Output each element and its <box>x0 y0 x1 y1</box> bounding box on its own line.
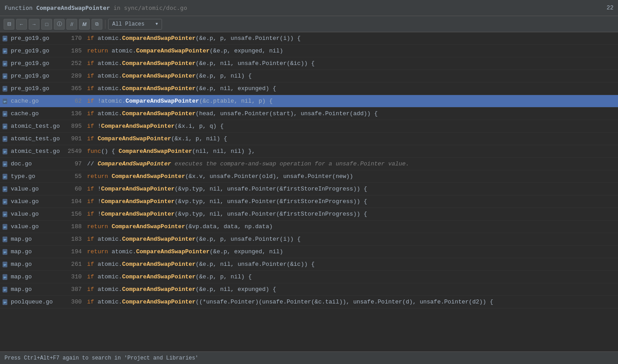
line-number: 895 <box>65 123 87 130</box>
toolbar-separator <box>105 20 105 29</box>
svg-text:go: go <box>4 188 6 191</box>
go-file-icon: go <box>2 236 9 243</box>
table-row[interactable]: go map.go261if atomic.CompareAndSwapPoin… <box>0 258 618 271</box>
go-file-icon: go <box>2 248 9 256</box>
copy-button[interactable]: ⧉ <box>92 19 102 30</box>
table-row[interactable]: go atomic_test.go901if CompareAndSwapPoi… <box>0 133 618 145</box>
file-name: poolqueue.go <box>11 299 65 305</box>
file-name: map.go <box>11 236 65 243</box>
file-name: atomic_test.go <box>11 135 65 142</box>
code-snippet: if atomic.CompareAndSwapPointer(&e.p, ni… <box>87 85 616 92</box>
line-number: 104 <box>65 198 87 205</box>
svg-text:go: go <box>4 50 6 53</box>
line-number: 156 <box>65 211 87 217</box>
go-file-icon: go <box>2 148 9 155</box>
file-name: value.go <box>11 223 65 230</box>
line-number: 261 <box>65 261 87 268</box>
file-name: atomic_test.go <box>11 148 65 155</box>
line-number: 62 <box>65 98 87 104</box>
places-dropdown-label: All Places <box>112 21 145 27</box>
line-number: 55 <box>65 173 87 180</box>
code-snippet: // CompareAndSwapPointer executes the co… <box>87 160 616 167</box>
svg-text:go: go <box>4 251 6 254</box>
table-row[interactable]: go pre_go19.go185return atomic.CompareAn… <box>0 45 618 57</box>
line-number: 2549 <box>65 148 87 155</box>
go-file-icon: go <box>2 173 9 180</box>
file-name: cache.go <box>11 98 65 104</box>
collapse-button[interactable]: ⊟ <box>4 19 14 30</box>
module-button[interactable]: M <box>79 19 90 30</box>
table-row[interactable]: go cache.go136if atomic.CompareAndSwapPo… <box>0 108 618 120</box>
go-file-icon: go <box>2 73 9 80</box>
open-button[interactable]: □ <box>41 19 52 30</box>
go-file-icon: go <box>2 60 9 67</box>
line-number: 387 <box>65 286 87 293</box>
code-snippet: if !CompareAndSwapPointer(&vp.typ, nil, … <box>87 186 616 192</box>
table-row[interactable]: go pre_go19.go365if atomic.CompareAndSwa… <box>0 82 618 95</box>
code-snippet: return CompareAndSwapPointer(&vp.data, d… <box>87 223 616 230</box>
table-row[interactable]: go value.go188return CompareAndSwapPoint… <box>0 221 618 233</box>
go-file-icon: go <box>2 223 9 230</box>
code-snippet: if atomic.CompareAndSwapPointer(&e.p, p,… <box>87 273 616 280</box>
file-name: map.go <box>11 273 65 280</box>
file-name: pre_go19.go <box>11 35 65 42</box>
file-name: value.go <box>11 211 65 217</box>
table-row[interactable]: go pre_go19.go170if atomic.CompareAndSwa… <box>0 32 618 45</box>
go-file-icon: go <box>2 35 9 42</box>
svg-text:go: go <box>4 150 6 153</box>
go-file-icon: go <box>2 198 9 205</box>
go-file-icon: go <box>2 85 9 92</box>
table-row[interactable]: go map.go387if atomic.CompareAndSwapPoin… <box>0 283 618 296</box>
table-row[interactable]: go value.go60if !CompareAndSwapPointer(&… <box>0 183 618 195</box>
file-name: map.go <box>11 261 65 268</box>
code-snippet: return atomic.CompareAndSwapPointer(&e.p… <box>87 48 616 54</box>
line-number: 170 <box>65 35 87 42</box>
table-row[interactable]: go poolqueue.go300if atomic.CompareAndSw… <box>0 296 618 308</box>
svg-text:go: go <box>4 37 6 40</box>
file-name: cache.go <box>11 110 65 117</box>
places-dropdown[interactable]: All Places ▼ <box>108 19 162 30</box>
line-number: 365 <box>65 85 87 92</box>
table-row[interactable]: go pre_go19.go289if atomic.CompareAndSwa… <box>0 70 618 82</box>
code-snippet: if CompareAndSwapPointer(&x.i, p, nil) { <box>87 135 616 142</box>
table-row[interactable]: go value.go104if !CompareAndSwapPointer(… <box>0 195 618 208</box>
prev-button[interactable]: ← <box>16 19 27 30</box>
code-snippet: if !CompareAndSwapPointer(&vp.typ, nil, … <box>87 211 616 217</box>
svg-text:go: go <box>4 301 6 304</box>
code-snippet: if !CompareAndSwapPointer(&x.i, p, q) { <box>87 123 616 130</box>
svg-text:go: go <box>4 225 6 229</box>
table-row[interactable]: go atomic_test.go895if !CompareAndSwapPo… <box>0 120 618 133</box>
next-button[interactable]: → <box>29 19 39 30</box>
line-number: 300 <box>65 299 87 305</box>
table-row[interactable]: go cache.go62if !atomic.CompareAndSwapPo… <box>0 95 618 108</box>
table-row[interactable]: go map.go310if atomic.CompareAndSwapPoin… <box>0 271 618 283</box>
header-function-keyword: Function <box>4 4 33 11</box>
file-name: atomic_test.go <box>11 123 65 130</box>
go-file-icon: go <box>2 286 9 293</box>
table-row[interactable]: go map.go183if atomic.CompareAndSwapPoin… <box>0 233 618 246</box>
svg-text:go: go <box>4 276 6 279</box>
file-name: map.go <box>11 248 65 255</box>
table-row[interactable]: go pre_go19.go252if atomic.CompareAndSwa… <box>0 57 618 70</box>
code-snippet: if atomic.CompareAndSwapPointer(&e.p, p,… <box>87 236 616 243</box>
table-row[interactable]: go map.go194return atomic.CompareAndSwap… <box>0 246 618 258</box>
header-title: Function CompareAndSwapPointer in sync/a… <box>4 4 187 11</box>
code-snippet: if !CompareAndSwapPointer(&vp.typ, nil, … <box>87 198 616 205</box>
table-row[interactable]: go atomic_test.go2549func() { CompareAnd… <box>0 145 618 158</box>
svg-text:go: go <box>4 100 6 103</box>
table-row[interactable]: go type.go55return CompareAndSwapPointer… <box>0 170 618 183</box>
results-container[interactable]: go pre_go19.go170if atomic.CompareAndSwa… <box>0 32 618 351</box>
info-button[interactable]: ⓘ <box>54 19 65 30</box>
go-file-icon: go <box>2 135 9 143</box>
svg-text:go: go <box>4 288 6 291</box>
code-snippet: return atomic.CompareAndSwapPointer(&e.p… <box>87 248 616 255</box>
table-row[interactable]: go doc.go97// CompareAndSwapPointer exec… <box>0 158 618 170</box>
code-snippet: if atomic.CompareAndSwapPointer((*unsafe… <box>87 299 616 305</box>
code-snippet: if !atomic.CompareAndSwapPointer(&c.ptab… <box>87 98 616 104</box>
svg-text:go: go <box>4 113 6 116</box>
comment-button[interactable]: // <box>66 19 77 30</box>
table-row[interactable]: go value.go156if !CompareAndSwapPointer(… <box>0 208 618 221</box>
go-file-icon: go <box>2 299 9 306</box>
header-bar: Function CompareAndSwapPointer in sync/a… <box>0 0 618 16</box>
code-snippet: if atomic.CompareAndSwapPointer(&e.p, ni… <box>87 261 616 268</box>
